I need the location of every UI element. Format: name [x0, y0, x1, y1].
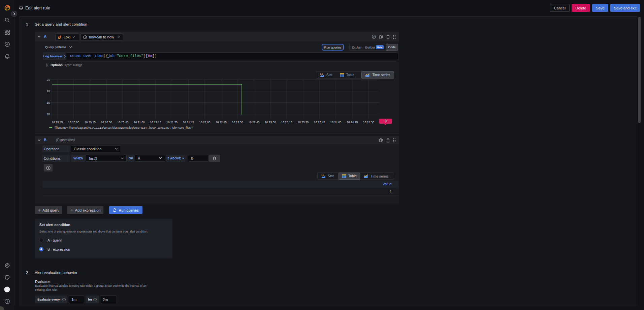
svg-text:16:23:45: 16:23:45	[314, 121, 325, 124]
svg-text:1.4: 1.4	[320, 73, 323, 75]
svg-text:16:21:45: 16:21:45	[183, 121, 194, 124]
svg-text:15: 15	[47, 101, 50, 104]
svg-text:25: 25	[47, 80, 50, 82]
svg-text:1.4: 1.4	[321, 174, 324, 176]
svg-text:20: 20	[47, 90, 50, 93]
svg-text:16:20:00: 16:20:00	[68, 121, 79, 124]
svg-text:16:23:00: 16:23:00	[265, 121, 276, 124]
svg-text:0: 0	[385, 119, 387, 123]
svg-text:16:24:15: 16:24:15	[347, 121, 358, 124]
svg-text:16:19:45: 16:19:45	[52, 121, 63, 124]
svg-text:{filename="/home/vagrant/v2.00: {filename="/home/vagrant/v2.00.11.13/ser…	[55, 126, 193, 129]
svg-text:16:22:30: 16:22:30	[232, 121, 243, 124]
svg-text:16:22:15: 16:22:15	[216, 121, 227, 124]
svg-text:16:23:15: 16:23:15	[281, 121, 292, 124]
svg-text:16:24:00: 16:24:00	[330, 121, 342, 124]
svg-text:?: ?	[6, 300, 8, 303]
svg-text:10: 10	[47, 113, 50, 116]
svg-text:16:23:30: 16:23:30	[297, 121, 309, 124]
svg-text:16:20:45: 16:20:45	[117, 121, 128, 124]
svg-text:16:22:45: 16:22:45	[248, 121, 259, 124]
svg-text:16:20:15: 16:20:15	[85, 121, 96, 124]
svg-text:16:21:00: 16:21:00	[134, 121, 145, 124]
svg-text:16:22:00: 16:22:00	[199, 121, 210, 124]
svg-text:16:24:30: 16:24:30	[363, 121, 374, 124]
svg-text:16:21:15: 16:21:15	[150, 121, 161, 124]
svg-text:16:21:30: 16:21:30	[166, 121, 178, 124]
svg-text:16:20:30: 16:20:30	[101, 121, 112, 124]
svg-text:?: ?	[373, 36, 375, 38]
